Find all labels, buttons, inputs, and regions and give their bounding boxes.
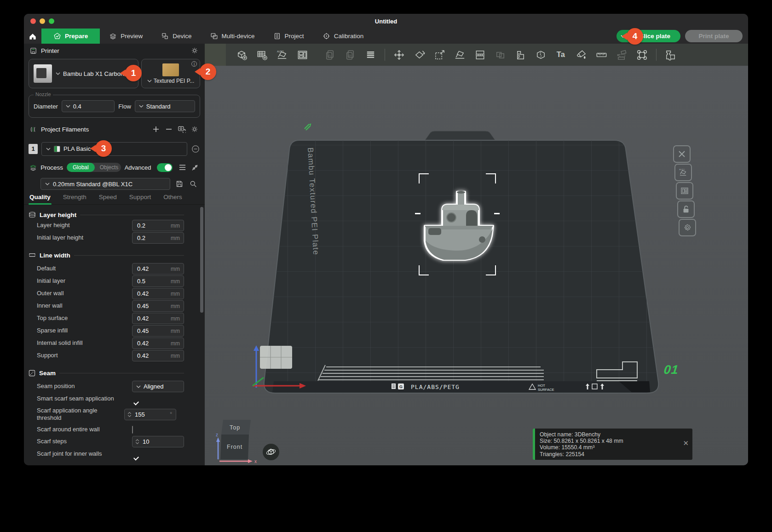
callout-badge-1: 1	[125, 65, 142, 81]
paste-object-icon[interactable]: P	[344, 49, 357, 61]
spinner-buttons[interactable]	[133, 439, 139, 444]
line-width-support-input[interactable]: 0.42mm	[132, 350, 184, 361]
plate-type-selector[interactable]: i Textured PEI P...	[141, 59, 200, 88]
process-scope-global[interactable]: Global	[67, 163, 95, 172]
line-width-inner-wall-input[interactable]: 0.45mm	[132, 300, 184, 312]
tab-strength[interactable]: Strength	[63, 194, 86, 204]
assembly-view-icon[interactable]	[616, 49, 628, 61]
printer-name: Bambu Lab X1 Carbon	[63, 70, 124, 77]
save-preset-button[interactable]	[175, 179, 184, 189]
tab-prepare[interactable]: Prepare	[41, 29, 100, 44]
info-icon[interactable]: i	[191, 61, 197, 67]
arrange-plate-button[interactable]	[676, 182, 693, 200]
spinner-up-icon	[135, 439, 139, 441]
home-button[interactable]	[24, 29, 41, 44]
add-object-icon[interactable]	[236, 49, 248, 61]
parameter-list-button[interactable]	[178, 163, 187, 172]
scarf-angle-threshold-input[interactable]: 155 °	[124, 409, 176, 420]
tab-multi-device[interactable]: Multi-device	[201, 29, 264, 44]
mesh-boolean-icon[interactable]	[535, 49, 547, 61]
line-width-default-input[interactable]: 0.42mm	[132, 263, 184, 275]
tab-calibration[interactable]: Calibration	[313, 29, 373, 44]
tab-support[interactable]: Support	[129, 194, 151, 204]
remove-filament-button[interactable]	[164, 125, 173, 134]
selection-handle-right[interactable]	[494, 213, 500, 214]
spinner-up-icon	[127, 412, 132, 414]
text-tool-icon[interactable]: Ta	[555, 49, 567, 61]
tab-device[interactable]: Device	[152, 29, 201, 44]
select-frame-icon[interactable]	[636, 49, 648, 61]
filament-settings-button[interactable]	[190, 125, 199, 134]
tab-others[interactable]: Others	[163, 194, 182, 204]
filament-color-chip	[54, 146, 60, 152]
ams-sync-icon	[178, 126, 186, 133]
arrange-icon	[680, 186, 690, 196]
add-plate-icon[interactable]	[256, 49, 268, 61]
printer-settings-button[interactable]	[190, 46, 199, 55]
scarf-around-wall-checkbox[interactable]	[132, 426, 133, 434]
split-objects-icon[interactable]	[664, 49, 677, 61]
spinner-buttons[interactable]	[125, 412, 132, 417]
process-scope-toggle[interactable]: Global Objects	[67, 163, 121, 172]
multi-device-icon	[210, 32, 218, 40]
mirror-icon[interactable]	[494, 49, 507, 61]
rotate-icon[interactable]	[413, 49, 426, 61]
sync-ams-filaments-button[interactable]	[177, 125, 186, 134]
seam-position-select[interactable]: Aligned	[132, 381, 184, 392]
nozzle-flow-select[interactable]: Standard	[135, 100, 195, 112]
param-row: Support 0.42mm	[29, 349, 184, 362]
line-width-top-surface-input[interactable]: 0.42mm	[132, 313, 184, 324]
line-width-sparse-infill-input[interactable]: 0.45mm	[132, 325, 184, 337]
copy-object-icon[interactable]: 0	[324, 49, 336, 61]
selection-handle-left[interactable]	[415, 213, 421, 214]
initial-layer-height-input[interactable]: 0.2mm	[132, 232, 184, 244]
add-filament-button[interactable]	[151, 125, 161, 134]
search-parameters-button[interactable]	[189, 179, 198, 189]
lock-plate-button[interactable]	[677, 200, 695, 218]
auto-orient-icon[interactable]: AUTO	[276, 49, 288, 61]
close-info-icon[interactable]: ✕	[683, 440, 689, 446]
layers-view-icon[interactable]	[364, 49, 377, 61]
process-preset-selector[interactable]: 0.20mm Standard @BBL X1C	[40, 178, 170, 190]
tab-project[interactable]: Project	[264, 29, 313, 44]
tab-quality[interactable]: Quality	[29, 194, 51, 204]
svg-text:P: P	[349, 54, 351, 58]
plate-settings-button[interactable]	[679, 219, 696, 236]
param-row: Initial layer 0.5mm	[29, 275, 184, 287]
arrange-icon[interactable]	[296, 49, 309, 61]
line-width-initial-layer-input[interactable]: 0.5mm	[132, 275, 184, 287]
scarf-steps-input[interactable]: 10	[132, 436, 184, 447]
filament-selector[interactable]: PLA Basic	[41, 142, 187, 156]
process-scope-objects[interactable]: Objects	[95, 163, 121, 172]
measure-icon[interactable]	[595, 49, 608, 61]
edit-filament-button[interactable]	[191, 144, 200, 154]
orbit-view-button[interactable]	[263, 444, 279, 460]
line-width-outer-wall-input[interactable]: 0.42mm	[132, 288, 184, 299]
paint-tool-icon[interactable]	[575, 49, 588, 61]
scale-icon[interactable]	[433, 49, 446, 61]
filaments-section-title: Project Filaments	[41, 126, 89, 133]
calibration-icon	[323, 32, 330, 40]
advanced-toggle[interactable]	[157, 163, 173, 172]
lay-on-face-icon[interactable]	[454, 49, 466, 61]
plate-type-name: Textured PEI P...	[154, 78, 195, 84]
nozzle-diameter-select[interactable]: 0.4	[62, 100, 115, 112]
print-plate-button[interactable]: Print plate	[685, 30, 743, 42]
tab-preview[interactable]: Preview	[100, 29, 152, 44]
auto-orient-plate-button[interactable]: AUTO	[674, 164, 692, 181]
variable-layer-height-icon[interactable]	[514, 49, 527, 61]
delete-plate-button[interactable]	[673, 145, 691, 163]
cut-icon[interactable]	[474, 49, 486, 61]
move-icon[interactable]	[393, 49, 405, 61]
process-preset-name: 0.20mm Standard @BBL X1C	[53, 181, 133, 188]
param-row: Seam position Aligned	[29, 380, 184, 393]
tune-parameters-button[interactable]	[190, 163, 199, 172]
line-width-internal-solid-infill-input[interactable]: 0.42mm	[132, 338, 184, 349]
settings-scrollbar[interactable]	[200, 207, 203, 313]
navigation-cube[interactable]: Top Front z x	[216, 417, 262, 463]
layer-height-input[interactable]: 0.2mm	[132, 220, 184, 231]
tab-speed[interactable]: Speed	[99, 194, 117, 204]
svg-text:SURFACE: SURFACE	[538, 388, 554, 392]
viewport-3d[interactable]: AUTO 0 P Ta	[205, 44, 748, 465]
nozzle-fieldset: Nozzle Diameter 0.4 Flow Standard	[29, 95, 200, 118]
